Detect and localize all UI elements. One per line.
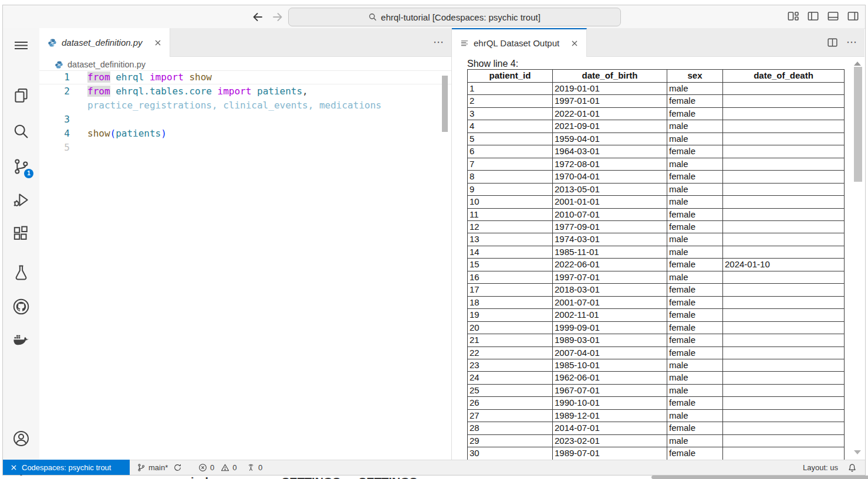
table-cell: female <box>667 171 723 183</box>
table-row: 282014-07-01female <box>468 422 845 434</box>
table-cell: 14 <box>468 246 553 258</box>
line-number: 5 <box>39 141 70 155</box>
editor-group-code: dataset_definition.py ⋯ dataset_definiti… <box>39 28 451 460</box>
table-cell: 1972-08-01 <box>553 158 667 170</box>
table-cell: 17 <box>468 284 553 296</box>
table-row: 251967-07-01male <box>468 384 845 396</box>
search-sidebar-icon[interactable] <box>12 122 31 141</box>
table-cell: 2023-02-01 <box>553 434 667 447</box>
explorer-icon[interactable] <box>12 86 31 105</box>
scroll-down-arrow[interactable] <box>854 450 861 454</box>
table-cell: 2010-07-01 <box>553 208 667 220</box>
line-number: 3 <box>39 113 70 127</box>
table-row: 201999-09-01female <box>468 321 845 334</box>
table-cell <box>723 107 845 120</box>
python-file-icon <box>55 60 63 69</box>
table-cell: female <box>667 107 723 120</box>
table-cell: 23 <box>468 359 553 371</box>
github-icon[interactable] <box>12 297 31 316</box>
activity-bar: 1 <box>3 28 40 460</box>
breadcrumb-filename: dataset_definition.py <box>67 60 146 69</box>
toggle-sidebar-icon[interactable] <box>807 10 819 22</box>
table-cell: female <box>667 346 723 359</box>
back-arrow-icon[interactable] <box>252 11 264 23</box>
table-cell: 1989-03-01 <box>553 334 667 346</box>
table-cell: 28 <box>468 422 553 434</box>
table-row: 121977-09-01female <box>468 220 845 233</box>
vscode-window: ehrql-tutorial [Codespaces: psychic trou… <box>2 5 866 475</box>
table-row: 141985-11-01male <box>468 246 845 258</box>
webview-scrollbar-thumb[interactable] <box>854 67 862 182</box>
run-debug-icon[interactable] <box>12 191 31 209</box>
sync-icon <box>173 463 182 472</box>
table-cell <box>723 196 845 208</box>
screenshot-root: { "titlebar": { "command_center_text": "… <box>0 0 868 479</box>
table-row: 112010-07-01female <box>468 208 845 220</box>
table-cell: 13 <box>468 233 553 246</box>
editor-scrollbar-thumb[interactable] <box>442 76 448 132</box>
table-cell: male <box>667 196 723 208</box>
table-cell: 24 <box>468 372 553 384</box>
code-line[interactable]: 3 <box>39 113 451 127</box>
branch-status-item[interactable]: main* <box>137 460 182 475</box>
table-cell: female <box>667 334 723 346</box>
code-line[interactable]: 4show(patients) <box>39 127 451 141</box>
problems-status-item[interactable]: 0 0 <box>198 460 237 475</box>
accounts-icon[interactable] <box>12 429 31 448</box>
code-editor[interactable]: 1from ehrql import show2from ehrql.table… <box>39 70 451 460</box>
forward-arrow-icon[interactable] <box>272 11 283 23</box>
scroll-up-arrow[interactable] <box>854 62 861 66</box>
table-cell: 1997-07-01 <box>553 271 667 283</box>
radio-tower-icon <box>246 463 255 472</box>
table-cell: 26 <box>468 397 553 409</box>
bell-notifications-icon[interactable] <box>847 463 857 473</box>
tab-ehrql-dataset-output[interactable]: ehrQL Dataset Output <box>452 28 587 57</box>
tab-strip-code: dataset_definition.py ⋯ <box>39 28 451 57</box>
table-row: 81970-04-01female <box>468 171 845 183</box>
table-cell <box>723 271 845 283</box>
table-cell: 16 <box>468 271 553 283</box>
editor-group-output: ehrQL Dataset Output ⋯ Show line 4: pati… <box>452 28 864 460</box>
toggle-panel-icon[interactable] <box>827 10 839 22</box>
column-header: date_of_birth <box>553 70 667 83</box>
table-cell: female <box>667 145 723 158</box>
code-line[interactable]: 5 <box>39 141 451 155</box>
close-tab-icon[interactable] <box>570 39 579 48</box>
layout-status-item[interactable]: Layout: us <box>803 463 838 472</box>
source-control-icon[interactable]: 1 <box>12 157 31 176</box>
table-cell: male <box>667 183 723 195</box>
table-cell: 1967-07-01 <box>553 384 667 396</box>
toggle-secondary-sidebar-icon[interactable] <box>847 10 859 22</box>
table-cell <box>723 171 845 183</box>
ehrql-output-webview: Show line 4: patient_iddate_of_birthsexd… <box>452 57 864 460</box>
command-center-search[interactable]: ehrql-tutorial [Codespaces: psychic trou… <box>288 8 621 26</box>
table-row: 21997-01-01female <box>468 95 845 107</box>
table-cell: female <box>667 284 723 296</box>
table-cell: 10 <box>468 196 553 208</box>
close-tab-icon[interactable] <box>153 38 163 47</box>
customize-layout-icon[interactable] <box>787 10 799 22</box>
source-control-badge: 1 <box>24 169 33 178</box>
table-cell: 2021-09-01 <box>553 120 667 133</box>
split-editor-icon[interactable] <box>827 37 838 48</box>
editor-more-actions-icon[interactable]: ⋯ <box>433 36 444 49</box>
table-cell: 1977-09-01 <box>553 220 667 233</box>
output-more-actions-icon[interactable]: ⋯ <box>846 36 857 49</box>
tab-dataset-definition[interactable]: dataset_definition.py <box>39 28 170 57</box>
code-line[interactable]: practice_registrations, clinical_events,… <box>39 98 451 113</box>
menu-hamburger-icon[interactable] <box>12 36 31 55</box>
code-line[interactable]: 2from ehrql.tables.core import patients, <box>39 84 451 98</box>
docker-icon[interactable] <box>12 331 31 350</box>
table-cell: 1989-07-01 <box>553 447 667 460</box>
ports-status-item[interactable]: 0 <box>246 460 262 475</box>
testing-flask-icon[interactable] <box>12 263 31 282</box>
code-text: from ehrql import show <box>87 70 212 84</box>
table-row: 192002-11-01female <box>468 309 845 321</box>
code-line[interactable]: 1from ehrql import show <box>39 70 451 84</box>
extensions-icon[interactable] <box>12 225 31 243</box>
table-cell: 7 <box>468 158 553 170</box>
table-cell: 2002-11-01 <box>553 309 667 321</box>
show-line-heading: Show line 4: <box>467 59 518 69</box>
remote-indicator[interactable]: Codespaces: psychic trout <box>3 460 130 475</box>
table-row: 211989-03-01female <box>468 334 845 346</box>
